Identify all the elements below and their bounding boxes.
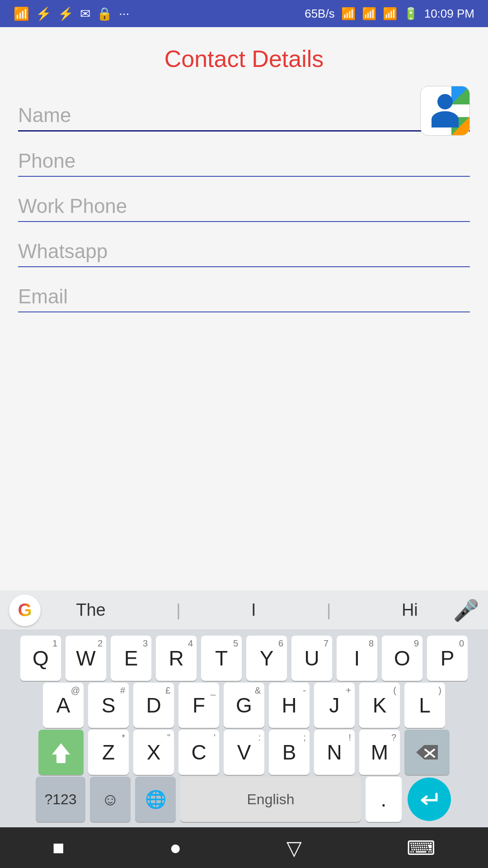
key-m[interactable]: ?M <box>359 730 400 775</box>
avatar[interactable] <box>420 86 470 136</box>
suggestion-1[interactable]: The <box>76 600 105 620</box>
wifi-icon: 📶 <box>341 7 356 21</box>
suggestion-2[interactable]: I <box>251 600 256 620</box>
key-d[interactable]: £D <box>133 683 174 728</box>
nav-bar: ■ ● ▽ ⌨ <box>0 827 488 868</box>
avatar-head <box>437 94 453 109</box>
key-s[interactable]: #S <box>88 683 129 728</box>
name-field[interactable] <box>18 90 470 132</box>
key-l[interactable]: )L <box>404 683 445 728</box>
avatar-person <box>432 94 459 127</box>
key-row-2: @A #S £D _F &G -H +J (K )L <box>0 683 488 728</box>
svg-rect-1 <box>56 761 66 763</box>
network-speed: 65B/s <box>305 7 335 21</box>
key-g[interactable]: &G <box>224 683 264 728</box>
key-b[interactable]: ;B <box>269 730 310 775</box>
form-area <box>18 90 470 317</box>
avatar-body <box>432 111 459 127</box>
divider-2: | <box>327 601 331 620</box>
back-icon[interactable]: ■ <box>52 836 65 859</box>
key-row-1: 1Q 2W 3E 4R 5T 6Y 7U 8I 9O 0P <box>0 636 488 681</box>
key-e[interactable]: 3E <box>111 636 151 681</box>
avatar-inner <box>421 86 469 135</box>
numbers-key[interactable]: ?123 <box>36 777 85 822</box>
key-row-3: *Z "X 'C :V ;B !N ?M <box>0 730 488 775</box>
work-phone-field[interactable] <box>18 181 470 222</box>
phone-field[interactable] <box>18 136 470 177</box>
home-icon[interactable]: ● <box>169 836 182 859</box>
backspace-key[interactable] <box>404 730 450 775</box>
shift-key[interactable] <box>38 730 84 775</box>
key-k[interactable]: (K <box>359 683 400 728</box>
google-g: G <box>18 600 32 620</box>
time-display: 10:09 PM <box>424 7 474 21</box>
emoji-key[interactable]: ☺ <box>90 777 131 822</box>
whatsapp-input[interactable] <box>18 236 470 267</box>
more-icon: ··· <box>119 6 129 21</box>
status-bar-right: 65B/s 📶 📶 📶 🔋 10:09 PM <box>305 7 474 21</box>
period-key[interactable]: . <box>366 777 402 822</box>
usb-icon: ⚡ <box>36 6 52 21</box>
microphone-icon[interactable]: 🎤 <box>453 598 479 623</box>
phone-input[interactable] <box>18 145 470 177</box>
key-f[interactable]: _F <box>178 683 219 728</box>
divider-1: | <box>176 601 180 620</box>
key-r[interactable]: 4R <box>156 636 197 681</box>
key-j[interactable]: +J <box>314 683 355 728</box>
keys-section: 1Q 2W 3E 4R 5T 6Y 7U 8I 9O 0P @A #S £D _… <box>0 630 488 827</box>
keyboard-icon[interactable]: ⌨ <box>407 836 436 859</box>
suggestions-words: The | I | Hi <box>41 600 453 620</box>
email-input[interactable] <box>18 281 470 312</box>
key-x[interactable]: "X <box>133 730 174 775</box>
key-n[interactable]: !N <box>314 730 355 775</box>
space-key[interactable]: English <box>180 777 361 822</box>
key-u[interactable]: 7U <box>291 636 332 681</box>
email-field[interactable] <box>18 272 470 312</box>
key-z[interactable]: *Z <box>88 730 129 775</box>
status-bar-left: 📶 ⚡ ⚡ ✉ 🔒 ··· <box>14 6 129 21</box>
battery-icon: 🔋 <box>404 7 418 21</box>
key-row-4: ?123 ☺ 🌐 English . <box>0 777 488 822</box>
suggestions-row: G The | I | Hi 🎤 <box>0 590 488 630</box>
enter-key[interactable] <box>408 778 451 821</box>
wifi-calling-icon: 📶 <box>14 6 29 21</box>
key-p[interactable]: 0P <box>427 636 468 681</box>
signal-icon: 📶 <box>362 7 376 21</box>
signal2-icon: 📶 <box>383 7 397 21</box>
key-v[interactable]: :V <box>224 730 264 775</box>
globe-key[interactable]: 🌐 <box>135 777 176 822</box>
key-c[interactable]: 'C <box>178 730 219 775</box>
key-i[interactable]: 8I <box>337 636 377 681</box>
key-t[interactable]: 5T <box>201 636 242 681</box>
main-content: Contact Details <box>0 27 488 590</box>
key-a[interactable]: @A <box>43 683 84 728</box>
svg-marker-0 <box>52 743 70 761</box>
gmail-icon: ✉ <box>80 6 90 21</box>
google-logo: G <box>9 594 41 626</box>
key-o[interactable]: 9O <box>382 636 422 681</box>
usb2-icon: ⚡ <box>58 6 74 21</box>
name-input[interactable] <box>18 99 470 132</box>
keyboard[interactable]: G The | I | Hi 🎤 1Q 2W 3E 4R 5T 6Y 7U 8I… <box>0 590 488 827</box>
key-w[interactable]: 2W <box>66 636 106 681</box>
whatsapp-field[interactable] <box>18 226 470 267</box>
page-title: Contact Details <box>18 45 470 72</box>
suggestion-3[interactable]: Hi <box>402 600 418 620</box>
work-phone-input[interactable] <box>18 190 470 222</box>
key-h[interactable]: -H <box>269 683 310 728</box>
lock-icon: 🔒 <box>97 6 113 21</box>
key-y[interactable]: 6Y <box>246 636 287 681</box>
key-q[interactable]: 1Q <box>20 636 61 681</box>
recents-icon[interactable]: ▽ <box>286 836 302 859</box>
status-bar: 📶 ⚡ ⚡ ✉ 🔒 ··· 65B/s 📶 📶 📶 🔋 10:09 PM <box>0 0 488 27</box>
